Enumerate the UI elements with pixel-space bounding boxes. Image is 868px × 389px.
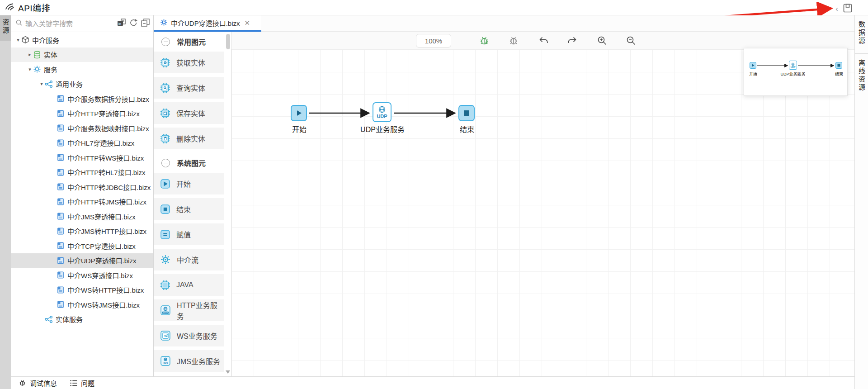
palette-section-title: 系统图元 bbox=[177, 157, 206, 168]
canvas-toolbar: 100% bbox=[231, 32, 854, 50]
file-icon bbox=[57, 124, 65, 132]
db-icon bbox=[33, 51, 41, 59]
tree-item[interactable]: 中介JMS转HTTP接口.bizx bbox=[11, 224, 153, 239]
tree-item[interactable]: 中介HTTP转WS接口.bizx bbox=[11, 150, 153, 165]
tree-item[interactable]: 中介HTTP穿透接口.bizx bbox=[11, 106, 153, 121]
palette-item[interactable]: 删除实体 bbox=[154, 128, 224, 149]
svg-text:JMS: JMS bbox=[163, 362, 168, 365]
palette-item[interactable]: HTTPHTTP业务服务 bbox=[154, 299, 224, 321]
chip-search-icon bbox=[160, 83, 170, 93]
refresh-icon[interactable] bbox=[129, 19, 137, 28]
palette-item[interactable]: WWS业务服务 bbox=[154, 325, 224, 346]
tree-item[interactable]: 中介JMS穿透接口.bizx bbox=[11, 209, 153, 224]
palette-scrollbar[interactable] bbox=[226, 34, 230, 49]
tree-item-label: 中介HTTP转JMS接口.bizx bbox=[67, 197, 146, 206]
tree-item-label: 中介TCP穿透接口.bizx bbox=[67, 241, 136, 251]
debug-icon[interactable] bbox=[508, 35, 519, 46]
tree-item-label: 实体服务 bbox=[56, 314, 83, 324]
problems-label: 问题 bbox=[81, 378, 94, 388]
tree-item[interactable]: 中介WS转JMS接口.bizx bbox=[11, 297, 153, 312]
tree-item[interactable]: 中介HTTP转JMS接口.bizx bbox=[11, 194, 153, 209]
datasource-rail-tab[interactable]: 数据源 bbox=[855, 15, 868, 53]
flow-edges bbox=[231, 50, 854, 376]
debug-run-icon[interactable] bbox=[479, 35, 490, 46]
offline-resource-rail-tab[interactable]: 离线资源 bbox=[855, 54, 868, 100]
palette-item[interactable]: JMSJMS业务服务 bbox=[154, 350, 224, 372]
undo-icon[interactable] bbox=[538, 35, 549, 46]
file-icon bbox=[57, 153, 65, 161]
collapse-all-icon[interactable] bbox=[141, 19, 150, 28]
file-icon bbox=[57, 271, 65, 279]
palette-section-header[interactable]: 系统图元 bbox=[154, 153, 224, 173]
tree-item[interactable]: 中介HTTP转HL7接口.bizx bbox=[11, 165, 153, 180]
tree-item-label: 中介HTTP转HL7接口.bizx bbox=[67, 167, 146, 177]
resources-rail-tab[interactable]: 资源 bbox=[0, 15, 11, 41]
palette-item[interactable]: 开始 bbox=[154, 173, 224, 194]
tree-item[interactable]: ▾通用业务 bbox=[11, 77, 153, 92]
udp-service-node[interactable]: UDP bbox=[373, 102, 392, 122]
palette-item[interactable]: 中介流 bbox=[154, 249, 224, 270]
palette-item[interactable]: 保存实体 bbox=[154, 102, 224, 124]
debug-info-button[interactable]: 调试信息 bbox=[18, 378, 57, 388]
zoom-level-button[interactable]: 100% bbox=[416, 34, 451, 47]
tree-item[interactable]: 中介WS转HTTP接口.bizx bbox=[11, 283, 153, 298]
palette-item[interactable]: 获取实体 bbox=[154, 52, 224, 73]
tree-caret-icon[interactable]: ▾ bbox=[15, 37, 21, 43]
offline-resource-rail-label: 离线资源 bbox=[857, 59, 866, 92]
tree-item-label: 中介HTTP转WS接口.bizx bbox=[67, 153, 144, 162]
minimap[interactable]: UDP 开始 UDP业务服务 结束 bbox=[744, 48, 848, 96]
canvas-grid[interactable]: UDP 开始 UDP业务服务 结束 bbox=[231, 50, 854, 376]
tree-caret-icon[interactable]: ▾ bbox=[38, 81, 45, 87]
tree-item[interactable]: 中介UDP穿透接口.bizx bbox=[11, 253, 153, 268]
tree-item[interactable]: ▸实体 bbox=[11, 47, 153, 62]
gear-big-icon bbox=[160, 255, 170, 265]
tree-item[interactable]: 中介服务数据映射接口.bizx bbox=[11, 121, 153, 136]
palette-item-label: 中介流 bbox=[177, 254, 198, 265]
tree-item[interactable]: 中介服务数据拆分接口.bizx bbox=[11, 91, 153, 106]
collapse-section-icon[interactable] bbox=[161, 38, 170, 46]
file-icon bbox=[57, 227, 65, 235]
problems-button[interactable]: 问题 bbox=[70, 378, 94, 388]
tree-item-label: 中介WS穿透接口.bizx bbox=[67, 270, 133, 280]
palette-item[interactable]: 赋值 bbox=[154, 223, 224, 245]
import-icon[interactable]: in bbox=[117, 19, 126, 28]
minimap-end-label: 结束 bbox=[832, 71, 846, 77]
tree-item[interactable]: 中介HTTP转JDBC接口.bizx bbox=[11, 180, 153, 194]
palette-section-header[interactable]: 常用图元 bbox=[154, 32, 224, 52]
tree-item[interactable]: ▾中介服务 bbox=[11, 33, 153, 47]
collapse-section-icon[interactable] bbox=[161, 159, 170, 167]
palette-item[interactable]: JAVA bbox=[154, 274, 224, 296]
tree-item[interactable]: 实体服务 bbox=[11, 312, 153, 327]
save-button[interactable] bbox=[843, 3, 853, 15]
palette-scroll-down-icon[interactable] bbox=[226, 370, 230, 374]
search-icon bbox=[15, 19, 23, 28]
palette-item-label: HTTP业务服务 bbox=[177, 299, 224, 321]
tab-gear-icon bbox=[160, 19, 168, 28]
tree-item[interactable]: 中介WS穿透接口.bizx bbox=[11, 268, 153, 283]
end-node[interactable] bbox=[458, 105, 475, 121]
palette-item[interactable]: 结束 bbox=[154, 198, 224, 220]
tree-item[interactable]: ▾服务 bbox=[11, 62, 153, 77]
end-icon bbox=[160, 204, 170, 214]
search-input[interactable] bbox=[25, 20, 117, 28]
tab-udp-bizx[interactable]: 中介UDP穿透接口.bizx ✕ bbox=[154, 15, 261, 32]
tab-close-icon[interactable]: ✕ bbox=[245, 19, 250, 27]
palette-item[interactable]: 查询实体 bbox=[154, 77, 224, 99]
debug-info-label: 调试信息 bbox=[30, 378, 57, 388]
redo-icon[interactable] bbox=[567, 35, 578, 46]
tree-caret-icon[interactable]: ▾ bbox=[27, 66, 33, 72]
chip-plain-icon bbox=[160, 280, 170, 290]
tree-item-label: 中介UDP穿透接口.bizx bbox=[67, 256, 137, 265]
zoom-in-icon[interactable] bbox=[597, 35, 608, 46]
chip-delete-icon bbox=[160, 134, 170, 143]
collapse-chevron-icon[interactable]: ‹ bbox=[835, 5, 838, 14]
service-tree: ▾中介服务▸实体▾服务▾通用业务中介服务数据拆分接口.bizx中介HTTP穿透接… bbox=[11, 33, 153, 376]
tree-caret-icon[interactable]: ▸ bbox=[27, 52, 33, 57]
zoom-out-icon[interactable] bbox=[626, 35, 637, 46]
minimap-start-node bbox=[750, 62, 756, 69]
tree-item[interactable]: 中介TCP穿透接口.bizx bbox=[11, 238, 153, 253]
jms-icon: JMS bbox=[160, 356, 170, 366]
file-icon bbox=[57, 198, 65, 206]
start-node[interactable] bbox=[291, 105, 307, 121]
tree-item[interactable]: 中介HL7穿透接口.bizx bbox=[11, 136, 153, 151]
